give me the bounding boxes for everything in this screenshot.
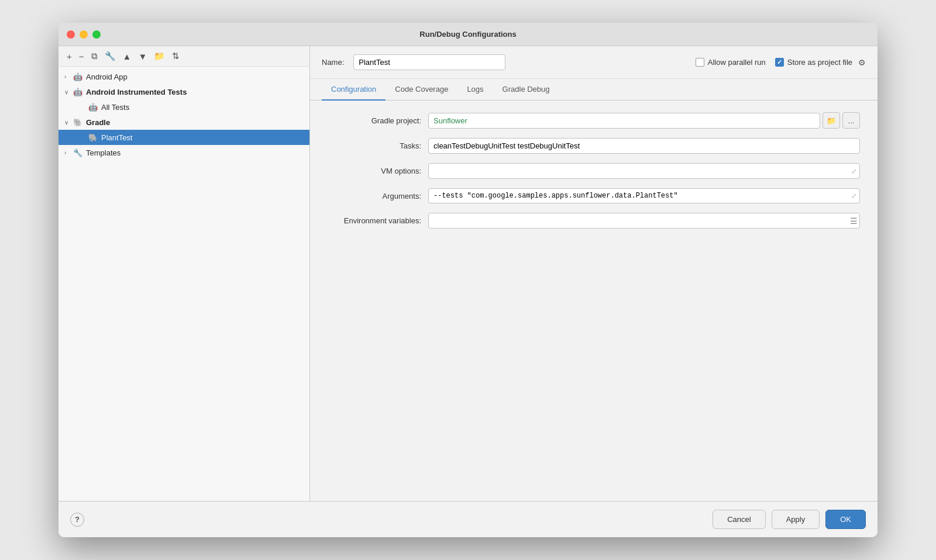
right-panel: Name: Allow parallel run Store as projec… bbox=[310, 46, 878, 501]
store-project-label: Store as project file bbox=[787, 58, 852, 67]
minus-icon: − bbox=[79, 51, 84, 61]
expand-icon: › bbox=[64, 74, 73, 80]
config-tree: › 🤖 Android App ∨ 🤖 Android Instrumented… bbox=[58, 67, 309, 501]
tree-item-all-tests[interactable]: 🤖 All Tests bbox=[58, 99, 309, 115]
ellipsis-icon: ... bbox=[848, 116, 855, 125]
name-label: Name: bbox=[322, 58, 344, 67]
gradle-project-row: Gradle project: 📁 ... bbox=[328, 112, 860, 129]
move-up-button[interactable]: ▲ bbox=[121, 50, 134, 63]
tab-code-coverage[interactable]: Code Coverage bbox=[386, 79, 457, 101]
env-browse-button[interactable]: ☰ bbox=[849, 215, 859, 227]
left-panel: + − ⧉ 🔧 ▲ ▼ 📁 bbox=[58, 46, 310, 501]
tree-item-gradle[interactable]: ∨ 🐘 Gradle bbox=[58, 115, 309, 130]
android-instrumented-icon: 🤖 bbox=[73, 87, 83, 97]
tabs-bar: Configuration Code Coverage Logs Gradle … bbox=[310, 79, 878, 101]
copy-config-button[interactable]: ⧉ bbox=[89, 50, 100, 63]
sort-icon: ⇅ bbox=[172, 51, 180, 61]
dialog-body: + − ⧉ 🔧 ▲ ▼ 📁 bbox=[58, 46, 878, 501]
tasks-label: Tasks: bbox=[328, 141, 421, 150]
all-tests-icon: 🤖 bbox=[88, 102, 98, 112]
expand-arrow-icon: ⤢ bbox=[851, 167, 856, 175]
down-arrow-icon: ▼ bbox=[138, 51, 147, 61]
remove-config-button[interactable]: − bbox=[77, 50, 87, 63]
env-variables-wrapper: ☰ bbox=[428, 213, 860, 229]
window-controls bbox=[67, 30, 101, 39]
env-icon: ☰ bbox=[850, 216, 858, 226]
move-down-button[interactable]: ▼ bbox=[136, 50, 149, 63]
copy-icon: ⧉ bbox=[91, 51, 98, 61]
arguments-wrapper: ⤢ bbox=[428, 188, 860, 203]
wrench-icon: 🔧 bbox=[105, 51, 116, 61]
tree-item-label: Templates bbox=[86, 148, 121, 157]
arguments-label: Arguments: bbox=[328, 192, 421, 201]
gradle-project-input-group: 📁 ... bbox=[428, 112, 860, 129]
tab-gradle-debug[interactable]: Gradle Debug bbox=[493, 79, 559, 101]
action-buttons: Cancel Apply OK bbox=[713, 510, 866, 529]
expand-icon: ∨ bbox=[64, 89, 73, 95]
gradle-project-input[interactable] bbox=[428, 113, 820, 129]
expand-icon: ∨ bbox=[64, 119, 73, 126]
help-button[interactable]: ? bbox=[70, 513, 84, 527]
tree-item-templates[interactable]: › 🔧 Templates bbox=[58, 145, 309, 160]
add-config-button[interactable]: + bbox=[64, 50, 74, 63]
tab-configuration[interactable]: Configuration bbox=[322, 79, 386, 101]
config-options: Allow parallel run Store as project file… bbox=[696, 58, 866, 67]
tree-item-label: All Tests bbox=[101, 103, 129, 112]
folder-icon: 📁 bbox=[154, 51, 165, 61]
arguments-row: Arguments: ⤢ bbox=[328, 188, 860, 203]
vm-options-row: VM options: ⤢ bbox=[328, 163, 860, 179]
vm-options-input[interactable] bbox=[428, 163, 860, 179]
add-icon: + bbox=[67, 51, 72, 61]
ok-button[interactable]: OK bbox=[825, 510, 866, 529]
vm-options-label: VM options: bbox=[328, 167, 421, 175]
question-mark-icon: ? bbox=[75, 515, 80, 524]
close-button[interactable] bbox=[67, 30, 75, 39]
cancel-button[interactable]: Cancel bbox=[713, 510, 765, 529]
settings-gear-icon[interactable]: ⚙ bbox=[858, 58, 866, 67]
allow-parallel-group: Allow parallel run bbox=[696, 58, 766, 67]
expand-icon: › bbox=[64, 150, 73, 156]
config-header: Name: Allow parallel run Store as projec… bbox=[310, 46, 878, 79]
name-input[interactable] bbox=[353, 54, 505, 70]
allow-parallel-checkbox[interactable] bbox=[696, 58, 704, 67]
tasks-input[interactable] bbox=[428, 138, 860, 154]
gradle-icon: 🐘 bbox=[73, 117, 83, 127]
tree-item-label: Android Instrumented Tests bbox=[86, 88, 187, 96]
templates-icon: 🔧 bbox=[73, 147, 83, 158]
plant-test-icon: 🐘 bbox=[88, 132, 98, 143]
tree-item-android-app[interactable]: › 🤖 Android App bbox=[58, 69, 309, 84]
run-debug-dialog: Run/Debug Configurations + − ⧉ 🔧 ▲ bbox=[58, 23, 878, 537]
toolbar: + − ⧉ 🔧 ▲ ▼ 📁 bbox=[58, 46, 309, 67]
tree-item-android-instrumented[interactable]: ∨ 🤖 Android Instrumented Tests bbox=[58, 84, 309, 99]
folder-button[interactable]: 📁 bbox=[152, 50, 167, 63]
maximize-button[interactable] bbox=[92, 30, 101, 39]
folder-browse-button[interactable]: 📁 bbox=[823, 112, 840, 129]
arguments-input[interactable] bbox=[428, 188, 860, 203]
tree-item-plant-test[interactable]: 🐘 PlantTest bbox=[58, 130, 309, 145]
apply-button[interactable]: Apply bbox=[772, 510, 820, 529]
config-content: Gradle project: 📁 ... Tasks: bbox=[310, 101, 878, 501]
tree-item-label: Gradle bbox=[86, 118, 110, 127]
vm-options-wrapper: ⤢ bbox=[428, 163, 860, 179]
tree-item-label: PlantTest bbox=[101, 133, 132, 142]
up-arrow-icon: ▲ bbox=[123, 51, 132, 61]
tasks-row: Tasks: bbox=[328, 138, 860, 154]
sort-button[interactable]: ⇅ bbox=[170, 50, 182, 63]
tree-item-label: Android App bbox=[86, 72, 128, 81]
tab-logs[interactable]: Logs bbox=[457, 79, 493, 101]
allow-parallel-label: Allow parallel run bbox=[708, 58, 766, 67]
wrench-button[interactable]: 🔧 bbox=[102, 50, 118, 63]
title-bar: Run/Debug Configurations bbox=[58, 23, 878, 46]
env-variables-label: Environment variables: bbox=[328, 216, 421, 225]
store-project-checkbox[interactable] bbox=[775, 58, 784, 67]
expand-args-icon: ⤢ bbox=[851, 192, 856, 200]
minimize-button[interactable] bbox=[80, 30, 88, 39]
dialog-title: Run/Debug Configurations bbox=[419, 30, 516, 39]
store-project-group: Store as project file ⚙ bbox=[775, 58, 866, 67]
folder-small-icon: 📁 bbox=[827, 116, 836, 125]
bottom-bar: ? Cancel Apply OK bbox=[58, 501, 878, 537]
env-variables-row: Environment variables: ☰ bbox=[328, 213, 860, 229]
env-variables-input[interactable] bbox=[428, 213, 860, 229]
more-options-button[interactable]: ... bbox=[842, 112, 860, 129]
android-app-icon: 🤖 bbox=[73, 71, 83, 82]
